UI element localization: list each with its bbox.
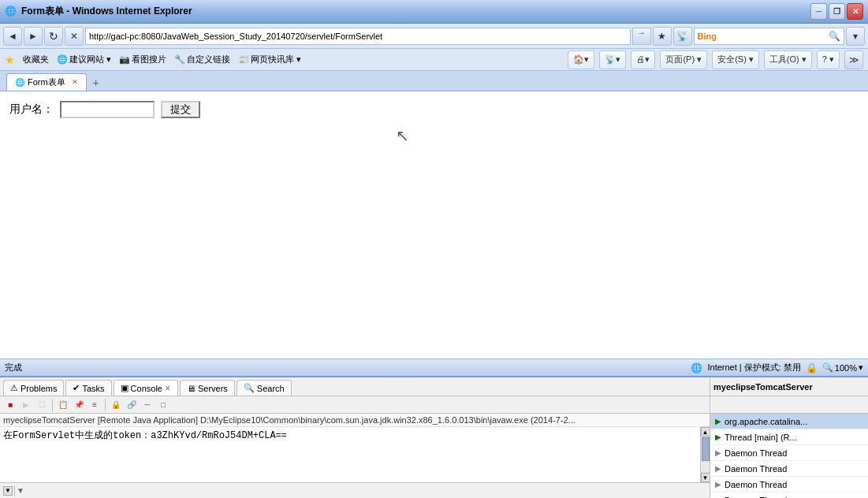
scroll-down-arrow[interactable]: ▼ xyxy=(701,473,710,482)
tab-servers[interactable]: 🖥 Servers xyxy=(180,380,235,396)
fav-icon-1: 📷 xyxy=(119,54,130,65)
tab-bar: 🌐 Form表单 ✕ + xyxy=(0,71,868,91)
thread-label-1: Thread [main] (R... xyxy=(725,433,797,442)
maximize-console-button[interactable]: □ xyxy=(156,398,170,412)
bottom-panel: ⚠ Problems ✔ Tasks ▣ Console ✕ 🖥 Servers xyxy=(0,376,868,498)
favorites-text: 收藏夹 xyxy=(23,54,49,65)
fav-item-suggested-sites[interactable]: 🌐 建议网站 ▾ xyxy=(57,54,111,65)
zoom-level: 100% xyxy=(835,363,857,373)
fav-item-custom-links[interactable]: 🔧 自定义链接 xyxy=(174,54,230,65)
home-button[interactable]: 🏠▾ xyxy=(568,50,594,69)
scroll-up-arrow[interactable]: ▲ xyxy=(701,427,710,437)
fav-icon-2: 🔧 xyxy=(174,54,185,65)
address-bar: ◄ ► ↻ ✕ → ★ 📡 Bing 🔍 ▾ xyxy=(0,24,868,49)
address-input[interactable] xyxy=(85,28,631,45)
help-menu-button[interactable]: ? ▾ xyxy=(817,50,840,69)
thread-running-icon-1: ▶ xyxy=(715,433,721,441)
back-button[interactable]: ◄ xyxy=(3,27,22,46)
link-button[interactable]: 🔗 xyxy=(125,398,139,412)
thread-item-4[interactable]: ▶ Daemon Thread xyxy=(710,477,868,492)
page-menu-button[interactable]: 页面(P) ▾ xyxy=(660,50,707,69)
username-input[interactable] xyxy=(60,101,155,118)
collapse-button[interactable]: ▼ xyxy=(3,486,13,496)
servers-icon: 🖥 xyxy=(187,384,196,393)
stop-button[interactable]: ✕ xyxy=(65,27,84,46)
fav-item-web-clips[interactable]: 📰 网页快讯库 ▾ xyxy=(238,54,301,65)
scroll-thumb[interactable] xyxy=(702,437,710,461)
favorites-star-icon: ★ xyxy=(5,54,15,66)
stop-console-button[interactable]: ■ xyxy=(3,398,17,412)
zoom-icon: 🔍 xyxy=(822,362,833,373)
strip-divider xyxy=(14,485,15,496)
go-button[interactable]: → xyxy=(632,28,651,45)
thread-item-1[interactable]: ▶ Thread [main] (R... xyxy=(710,429,868,445)
tasks-icon: ✔ xyxy=(73,383,80,393)
console-body: 在FormServlet中生成的token：a3ZhKYvd/RmRoJ54DM… xyxy=(0,427,710,482)
feeds-list-button[interactable]: 📡▾ xyxy=(599,50,626,69)
console-close-icon[interactable]: ✕ xyxy=(165,385,171,392)
console-scrollbar[interactable]: ▲ ▼ xyxy=(700,427,710,482)
thread-daemon-icon-2: ▶ xyxy=(715,448,721,457)
search-options-button[interactable]: ▾ xyxy=(846,27,865,46)
forward-button[interactable]: ► xyxy=(24,27,43,46)
tools-menu-button[interactable]: 工具(O) ▾ xyxy=(764,50,812,69)
tab-problems[interactable]: ⚠ Problems xyxy=(3,380,64,396)
run-console-button: ▶ xyxy=(19,398,33,412)
tab-form[interactable]: 🌐 Form表单 ✕ xyxy=(6,73,87,91)
internet-status: Internet | 保护模式: 禁用 xyxy=(707,362,800,374)
fav-label-3: 网页快讯库 ▾ xyxy=(251,54,301,65)
console-toolbar: ■ ▶ ☐ 📋 📌 ≡ 🔒 🔗 ─ □ xyxy=(0,396,710,414)
thread-label-2: Daemon Thread xyxy=(725,448,787,458)
new-tab-button[interactable]: + xyxy=(88,75,104,91)
more-button[interactable]: ≫ xyxy=(844,50,863,69)
status-text: 完成 xyxy=(5,362,687,374)
thread-item-3[interactable]: ▶ Daemon Thread xyxy=(710,461,868,477)
console-label: Console xyxy=(131,384,162,393)
fav-icon-3: 📰 xyxy=(238,54,249,65)
fav-icon-0: 🌐 xyxy=(57,54,68,65)
problems-icon: ⚠ xyxy=(10,383,18,393)
scroll-lock-button[interactable]: 🔒 xyxy=(109,398,123,412)
tab-console[interactable]: ▣ Console ✕ xyxy=(114,380,178,396)
scroll-track xyxy=(701,437,710,473)
options-button[interactable]: ≡ xyxy=(88,398,102,412)
favorites-button[interactable]: ★ xyxy=(653,27,672,46)
browser-viewport: 用户名： 提交 ↖ xyxy=(0,91,868,359)
search-label: Search xyxy=(257,384,285,393)
thread-toolbar xyxy=(710,396,868,414)
toolbar-right: 🏠▾ 📡▾ 🖨▾ 页面(P) ▾ 安全(S) ▾ 工具(O) ▾ ? ▾ ≫ xyxy=(568,50,863,69)
thread-header: myeclipseTomcatServer xyxy=(710,377,868,396)
minimize-button[interactable]: ─ xyxy=(810,3,827,20)
submit-button[interactable]: 提交 xyxy=(161,101,200,118)
favorites-label[interactable]: 收藏夹 xyxy=(23,54,49,65)
search-icon[interactable]: 🔍 xyxy=(829,31,840,42)
paste-button[interactable]: 📌 xyxy=(72,398,86,412)
fav-item-photo-search[interactable]: 📷 看图搜片 xyxy=(119,54,166,65)
thread-item-5[interactable]: ▶ Daemon Thread xyxy=(710,492,868,498)
tasks-label: Tasks xyxy=(82,384,104,393)
thread-daemon-icon-4: ▶ xyxy=(715,480,721,489)
thread-item-2[interactable]: ▶ Daemon Thread xyxy=(710,445,868,461)
tab-search[interactable]: 🔍 Search xyxy=(237,380,292,396)
status-bar: 完成 🌐 Internet | 保护模式: 禁用 🔒 🔍 100% ▾ xyxy=(0,359,868,376)
minimize-console-button[interactable]: ─ xyxy=(140,398,155,412)
copy-button[interactable]: 📋 xyxy=(56,398,70,412)
restore-button[interactable]: ❐ xyxy=(829,3,845,20)
tab-tasks[interactable]: ✔ Tasks xyxy=(65,380,111,396)
thread-item-0[interactable]: ▶ org.apache.catalina... xyxy=(710,414,868,429)
thread-label-0: org.apache.catalina... xyxy=(725,417,807,426)
security-icon: 🔒 xyxy=(806,362,818,374)
tab-close-icon[interactable]: ✕ xyxy=(72,78,78,86)
bing-search-input[interactable] xyxy=(718,32,827,41)
feeds-button[interactable]: 📡 xyxy=(673,27,692,46)
tab-icon: 🌐 xyxy=(15,78,24,87)
toolbar-divider2 xyxy=(105,399,106,411)
tab-label: Form表单 xyxy=(28,76,65,88)
globe-icon: 🌐 xyxy=(691,362,702,374)
refresh-button[interactable]: ↻ xyxy=(44,27,63,46)
print-button[interactable]: 🖨▾ xyxy=(631,50,655,69)
zoom-control[interactable]: 🔍 100% ▾ xyxy=(822,362,863,373)
thread-daemon-icon-3: ▶ xyxy=(715,464,721,473)
safety-menu-button[interactable]: 安全(S) ▾ xyxy=(712,50,759,69)
close-button[interactable]: ✕ xyxy=(847,3,863,20)
